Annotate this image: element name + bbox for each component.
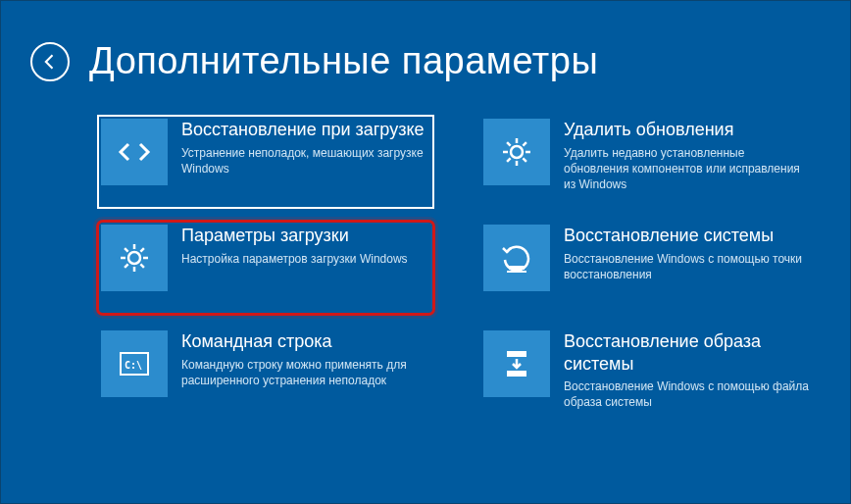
tile-startup-repair[interactable]: Восстановление при загрузке Устранение н… xyxy=(99,117,432,207)
tile-title: Параметры загрузки xyxy=(181,225,430,247)
gear-icon xyxy=(101,225,168,291)
tile-title: Восстановление при загрузке xyxy=(181,119,430,141)
tile-title: Удалить обновления xyxy=(564,119,813,141)
tile-desc: Командную строку можно применять для рас… xyxy=(181,357,430,388)
tile-title: Восстановление образа системы xyxy=(564,330,813,375)
tile-text: Восстановление при загрузке Устранение н… xyxy=(181,119,430,176)
svg-rect-5 xyxy=(507,271,526,273)
tile-startup-settings[interactable]: Параметры загрузки Настройка параметров … xyxy=(99,223,432,313)
code-icon xyxy=(101,119,168,185)
tile-system-image-recovery[interactable]: Восстановление образа системы Восстановл… xyxy=(481,328,815,419)
image-restore-icon xyxy=(483,330,550,397)
page-title: Дополнительные параметры xyxy=(89,40,598,82)
right-column: Удалить обновления Удалить недавно устан… xyxy=(481,117,815,419)
advanced-options-screen: Дополнительные параметры Восстановление … xyxy=(0,0,851,504)
tile-desc: Настройка параметров загрузки Windows xyxy=(181,251,430,267)
options-grid: Восстановление при загрузке Устранение н… xyxy=(30,117,850,419)
svg-point-3 xyxy=(511,146,523,158)
svg-rect-7 xyxy=(507,371,526,377)
header: Дополнительные параметры xyxy=(30,40,850,82)
tile-uninstall-updates[interactable]: Удалить обновления Удалить недавно устан… xyxy=(481,117,815,207)
tile-command-prompt[interactable]: C:\ Командная строка Командную строку мо… xyxy=(99,328,432,419)
tile-desc: Восстановление Windows с помощью точки в… xyxy=(564,251,813,282)
arrow-left-icon xyxy=(40,52,60,72)
tile-title: Командная строка xyxy=(181,330,430,353)
restore-icon xyxy=(483,225,550,291)
gear-icon xyxy=(483,119,550,185)
tile-text: Восстановление образа системы Восстановл… xyxy=(564,330,813,410)
tile-text: Параметры загрузки Настройка параметров … xyxy=(181,225,430,267)
tile-desc: Восстановление Windows с помощью файла о… xyxy=(564,378,813,410)
tile-desc: Устранение неполадок, мешающих загрузке … xyxy=(181,145,430,176)
svg-rect-6 xyxy=(507,351,526,357)
svg-point-0 xyxy=(128,252,140,264)
tile-text: Удалить обновления Удалить недавно устан… xyxy=(564,119,813,192)
left-column: Восстановление при загрузке Устранение н… xyxy=(99,117,432,419)
tile-title: Восстановление системы xyxy=(564,225,813,247)
svg-text:C:\: C:\ xyxy=(125,360,142,371)
tile-text: Командная строка Командную строку можно … xyxy=(181,330,430,388)
tile-text: Восстановление системы Восстановление Wi… xyxy=(564,225,813,282)
back-button[interactable] xyxy=(30,42,70,81)
tile-desc: Удалить недавно установленные обновления… xyxy=(564,145,813,193)
terminal-icon: C:\ xyxy=(101,330,168,397)
tile-system-restore[interactable]: Восстановление системы Восстановление Wi… xyxy=(481,223,815,313)
svg-rect-4 xyxy=(509,266,525,270)
